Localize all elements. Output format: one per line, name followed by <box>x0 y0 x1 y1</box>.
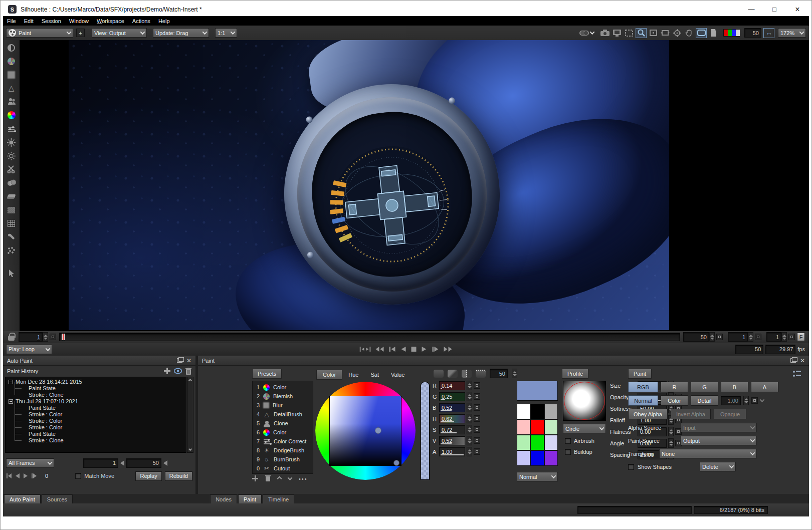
float-panel-icon[interactable] <box>790 358 796 363</box>
add-node-button[interactable]: + <box>76 29 85 37</box>
lock-icon[interactable] <box>8 336 15 341</box>
viewport-area[interactable] <box>3 40 809 331</box>
opaque-button[interactable]: Opaque <box>714 409 746 419</box>
monitor-icon[interactable] <box>612 28 623 38</box>
step-field[interactable]: 1 <box>766 332 781 342</box>
rebuild-button[interactable]: Rebuild <box>165 471 192 481</box>
menu-file[interactable]: File <box>3 18 20 24</box>
select-tool-icon[interactable] <box>7 269 17 278</box>
channel-r-button[interactable]: R <box>661 382 688 392</box>
tree-leaf[interactable]: Stroke : Color <box>9 411 186 418</box>
brush-shape-dropdown[interactable]: Circle <box>563 424 606 433</box>
paint-history-tree[interactable]: Mon Dec 28 16:14:21 2015 Paint State Str… <box>5 377 186 453</box>
paint-options-list-icon[interactable] <box>793 371 801 377</box>
alpha-gradient-bar[interactable] <box>421 382 430 480</box>
detail-keyframe-button[interactable] <box>751 397 758 404</box>
channel-spinner[interactable] <box>467 403 472 412</box>
channel-bars-icon[interactable] <box>723 29 740 37</box>
detail-amount-field[interactable]: 1.00 <box>721 396 741 405</box>
close-button[interactable]: × <box>786 3 809 16</box>
channel-s-field[interactable]: 0.72 <box>439 425 465 434</box>
tree-node[interactable]: Thu Jul 29 17:07:10 2021 <box>9 398 186 405</box>
tree-leaf[interactable]: Stroke : Color <box>9 418 186 424</box>
preset-more-icon[interactable]: ••• <box>299 476 308 482</box>
airbrush-checkbox[interactable] <box>565 438 571 444</box>
swatch[interactable] <box>544 404 558 419</box>
ratio-dropdown[interactable]: 1:1 <box>215 28 237 38</box>
invert-alpha-button[interactable]: Invert Alpha <box>671 409 711 419</box>
preset-down-icon[interactable] <box>288 475 293 480</box>
tab-sat[interactable]: Sat <box>364 370 385 380</box>
swatch[interactable] <box>530 404 544 419</box>
preset-item[interactable]: 2Blemish <box>253 392 313 401</box>
collapse-icon[interactable] <box>9 399 13 404</box>
channel-keyframe-button[interactable] <box>474 437 480 444</box>
current-frame-field[interactable]: 1 <box>19 332 43 342</box>
replay-step-back-icon[interactable] <box>6 473 12 479</box>
step-spinner[interactable] <box>781 332 787 342</box>
profile-header[interactable]: Profile <box>562 369 588 379</box>
channel-h-field[interactable]: 0.62 <box>439 414 465 423</box>
zoom-tool-icon[interactable] <box>636 28 647 38</box>
split-view-icon[interactable] <box>462 370 472 378</box>
fast-forward-icon[interactable] <box>444 346 453 353</box>
delete-history-icon[interactable] <box>185 368 191 375</box>
channel-spinner[interactable] <box>467 447 472 456</box>
preset-item[interactable]: 1Color <box>253 383 313 392</box>
end-frame-spinner[interactable] <box>709 332 715 342</box>
menu-workspace[interactable]: Workspace <box>93 18 128 24</box>
menu-help[interactable]: Help <box>154 18 174 24</box>
presets-list[interactable]: 1Color 2Blemish 3Blur 4△DetailBrush 5Clo… <box>252 381 313 474</box>
tab-nodes[interactable]: Nodes <box>210 494 237 503</box>
minimize-button[interactable]: — <box>740 3 763 16</box>
repair-tool-icon[interactable] <box>7 232 17 241</box>
collapse-icon[interactable] <box>9 380 13 384</box>
view-dropdown[interactable]: View: Output <box>92 28 147 38</box>
rewind-icon[interactable] <box>375 346 384 353</box>
paint-source-dropdown[interactable]: Output <box>681 436 757 445</box>
add-preset-icon[interactable] <box>252 475 258 482</box>
show-shapes-checkbox[interactable] <box>628 464 634 470</box>
tab-paint[interactable]: Paint <box>238 494 262 503</box>
channel-spinner[interactable] <box>467 436 472 445</box>
preset-item[interactable]: 4△DetailBrush <box>253 410 313 419</box>
notes-page-icon[interactable] <box>708 28 719 38</box>
swatch[interactable] <box>544 419 558 435</box>
tree-node[interactable]: Mon Dec 28 16:14:21 2015 <box>9 379 186 385</box>
channel-keyframe-button[interactable] <box>474 382 480 389</box>
mix-spinner[interactable] <box>512 369 517 378</box>
step-keyframe-button[interactable] <box>788 334 795 340</box>
sv-selector[interactable] <box>375 427 381 434</box>
color-tool-icon[interactable] <box>7 111 17 120</box>
color-overlap-icon[interactable] <box>448 370 458 378</box>
tree-leaf[interactable]: Paint State <box>9 385 186 392</box>
tree-leaf[interactable]: Stroke : Clone <box>9 392 186 398</box>
visibility-eye-icon[interactable] <box>174 368 182 374</box>
stamp-tool-icon[interactable] <box>7 178 17 187</box>
tree-leaf[interactable]: Paint State <box>9 405 186 411</box>
channel-a-button[interactable]: A <box>751 382 778 392</box>
channel-keyframe-button[interactable] <box>474 426 480 433</box>
detail-tool-icon[interactable]: △ <box>7 84 17 93</box>
burn-tool-icon[interactable] <box>7 151 17 160</box>
blur-tool-icon[interactable] <box>7 70 17 79</box>
title-bar[interactable]: S Silhouette : C:/Users/Marco/Data/SFX/p… <box>3 3 809 16</box>
alpha-source-dropdown[interactable]: Input <box>681 423 757 432</box>
swatch[interactable] <box>544 435 558 450</box>
increment-field[interactable]: 1 <box>728 332 748 342</box>
swatch[interactable] <box>517 435 530 450</box>
blend-mode-dropdown[interactable]: Normal <box>517 472 558 481</box>
delete-dropdown[interactable]: Delete <box>700 462 736 471</box>
channel-keyframe-button[interactable] <box>474 415 480 422</box>
swatch[interactable] <box>544 450 558 466</box>
timeline-scrubber[interactable] <box>59 333 680 341</box>
channels-toggle-icon[interactable] <box>579 28 590 38</box>
overscan-icon[interactable] <box>696 28 707 38</box>
mosaic-tool-icon[interactable] <box>7 219 17 228</box>
eraser-tool-icon[interactable] <box>7 192 17 201</box>
swatch[interactable] <box>530 450 544 466</box>
menu-window[interactable]: Window <box>65 18 93 24</box>
pixel-probe-icon[interactable] <box>648 28 659 38</box>
color-swap-icon[interactable] <box>434 370 444 378</box>
stop-icon[interactable] <box>411 346 417 353</box>
